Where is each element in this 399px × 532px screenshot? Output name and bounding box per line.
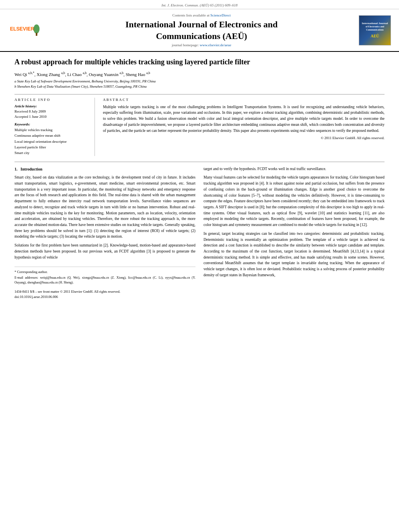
contents-line: Contents lists available at ScienceDirec… bbox=[52, 13, 351, 17]
elsevier-logo: ELSEVIER bbox=[8, 22, 44, 38]
corresponding-note: * Corresponding author. bbox=[14, 269, 195, 275]
section-1-heading: 1. Introduction bbox=[14, 166, 195, 173]
info-abstract-section: ARTICLE INFO Article history: Received 8… bbox=[14, 94, 385, 156]
section-title: Introduction bbox=[21, 167, 42, 171]
right-para-1: target and to verify the hypothesis. FCD… bbox=[204, 166, 385, 172]
affiliation-a: a State Key Lab of Software Development … bbox=[14, 79, 385, 84]
keyword-1: Multiple vehicles tracking bbox=[14, 127, 89, 133]
issn-line: 1434-8411 $/$ – see front matter © 2011 … bbox=[14, 289, 195, 294]
abstract-text: Multiple vehicle targets tracking is one… bbox=[103, 104, 385, 134]
svg-text:ELSEVIER: ELSEVIER bbox=[10, 26, 35, 32]
left-column: 1. Introduction Smart city, based on dat… bbox=[14, 166, 195, 300]
received-date: Received 8 July 2009 bbox=[14, 109, 89, 115]
keyword-2: Continuous adaptive mean shift bbox=[14, 133, 89, 138]
keyword-3: Local integral orientation descriptor bbox=[14, 139, 89, 144]
keyword-4: Layered particle filter bbox=[14, 144, 89, 150]
article-info: ARTICLE INFO Article history: Received 8… bbox=[14, 98, 95, 156]
abstract-section: ABSTRACT Multiple vehicle targets tracki… bbox=[103, 98, 385, 156]
page: Int. J. Electron. Commun. (AEÜ) 65 (2011… bbox=[0, 0, 399, 532]
journal-header: Int. J. Electron. Commun. (AEÜ) 65 (2011… bbox=[0, 0, 399, 9]
right-column: target and to verify the hypothesis. FCD… bbox=[204, 166, 385, 300]
affiliations: a State Key Lab of Software Development … bbox=[14, 79, 385, 89]
doi-line: doi:10.1016/j.aeue.2010.06.006 bbox=[14, 294, 195, 300]
svg-rect-3 bbox=[36, 33, 37, 36]
svg-point-2 bbox=[33, 25, 39, 34]
homepage-link[interactable]: www.elsevier.de/aeue bbox=[200, 43, 231, 47]
right-para-3: In general, target locating strategies c… bbox=[204, 231, 385, 278]
keyword-5: Smart city bbox=[14, 150, 89, 156]
footer-emails: E-mail addresses: weiqi@buaa.edu.cn (Q. … bbox=[14, 275, 195, 285]
authors-line: Wei Qi a,b,*, Xiong Zhang a,b, Li Chao a… bbox=[14, 71, 385, 77]
article-title: A robust approach for multiple vehicles … bbox=[14, 58, 385, 67]
accepted-date: Accepted 1 June 2010 bbox=[14, 114, 89, 120]
sciencedirect-link[interactable]: ScienceDirect bbox=[210, 13, 230, 17]
section-number: 1. bbox=[14, 167, 18, 171]
info-section-title: ARTICLE INFO bbox=[14, 98, 89, 102]
footer-bottom: 1434-8411 $/$ – see front matter © 2011 … bbox=[14, 289, 195, 300]
journal-homepage: journal homepage: www.elsevier.de/aeue bbox=[52, 43, 351, 47]
copyright-line: © 2011 Elsevier GmbH. All rights reserve… bbox=[103, 136, 385, 140]
main-content: 1. Introduction Smart city, based on dat… bbox=[14, 162, 385, 300]
intro-para-2: Solutions for the first problem have bee… bbox=[14, 242, 195, 260]
history-label: Article history: bbox=[14, 104, 89, 108]
article-footer: * Corresponding author. E-mail addresses… bbox=[14, 267, 195, 299]
intro-para-1: Smart city, based on data vitalization a… bbox=[14, 175, 195, 240]
abstract-title: ABSTRACT bbox=[103, 98, 385, 102]
journal-logo: International Journal of Electronics and… bbox=[359, 15, 391, 45]
right-para-2: Many visual features can be selected for… bbox=[204, 175, 385, 228]
journal-title-main: International Journal of Electronics and… bbox=[52, 19, 351, 42]
keywords-label: Keywords: bbox=[14, 122, 89, 126]
journal-title-area: Contents lists available at ScienceDirec… bbox=[52, 13, 351, 47]
journal-abbr: Int. J. Electron. Commun. (AEÜ) 65 (2011… bbox=[161, 3, 237, 7]
keywords-list: Multiple vehicles tracking Continuous ad… bbox=[14, 127, 89, 156]
article-body: A robust approach for multiple vehicles … bbox=[0, 52, 399, 305]
affiliation-b: b Shenzhen Key Lab of Data Vitalization … bbox=[14, 84, 385, 89]
top-banner: ELSEVIER Contents lists available at Sci… bbox=[0, 9, 399, 52]
